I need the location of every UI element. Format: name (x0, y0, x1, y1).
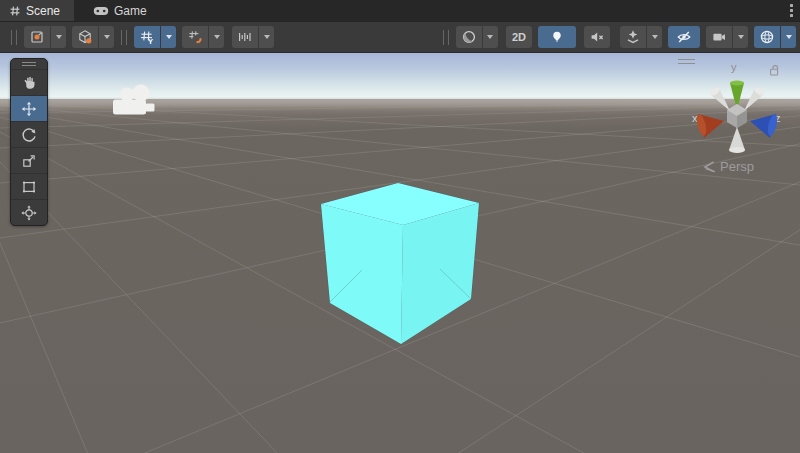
tool-scale-button[interactable] (11, 147, 47, 173)
tools-drag-handle[interactable] (11, 59, 47, 69)
increment-ruler-icon (237, 29, 253, 45)
grid-y-axis-icon: Y (139, 29, 155, 45)
effects-button[interactable] (620, 26, 646, 48)
grid-snap-magnet-icon (187, 29, 203, 45)
cube-object[interactable] (315, 178, 485, 350)
scene-camera-control (706, 26, 748, 48)
snap-toggle-button[interactable] (182, 26, 208, 48)
scene-camera-button[interactable] (706, 26, 732, 48)
tab-game[interactable]: Game (84, 0, 161, 21)
orientation-global-icon (77, 29, 93, 45)
chevron-down-icon (786, 35, 792, 39)
scene-viewport[interactable]: y x z (0, 53, 800, 453)
snap-increment-button[interactable] (232, 26, 258, 48)
pivot-mode-control (24, 26, 66, 48)
chevron-down-icon (56, 35, 62, 39)
tool-rotate-button[interactable] (11, 121, 47, 147)
video-camera-icon (711, 29, 727, 45)
snap-increment-dropdown-arrow[interactable] (259, 26, 274, 48)
axis-y-label[interactable]: y (731, 61, 737, 73)
2d-mode-button[interactable]: 2D (506, 26, 532, 48)
tab-bar: Scene Game (0, 0, 800, 22)
scale-tool-icon (21, 153, 37, 169)
scene-grid-icon (9, 5, 21, 17)
gizmo-sphere-icon (759, 29, 775, 45)
gizmos-dropdown-arrow[interactable] (781, 26, 796, 48)
tab-options-kebab-icon[interactable] (790, 0, 793, 21)
chevron-down-icon (166, 35, 172, 39)
tab-scene-label: Scene (26, 4, 60, 18)
projection-toggle[interactable]: Persp (702, 159, 754, 174)
tool-rect-button[interactable] (11, 173, 47, 199)
snap-dropdown-arrow[interactable] (209, 26, 224, 48)
shaded-sphere-icon (461, 29, 477, 45)
draw-mode-dropdown-arrow[interactable] (483, 26, 498, 48)
tool-settings-drag-handle[interactable] (11, 30, 17, 45)
grid-dropdown-arrow[interactable] (161, 26, 176, 48)
scene-camera-dropdown-arrow[interactable] (733, 26, 748, 48)
projection-label: Persp (720, 159, 754, 174)
eye-slash-icon (676, 29, 692, 45)
scene-visibility-button[interactable] (668, 26, 700, 48)
tools-overlay (10, 58, 48, 226)
chevron-down-icon (214, 35, 220, 39)
transform-tool-icon (21, 205, 37, 221)
move-tool-icon (21, 101, 37, 117)
gizmos-button[interactable] (754, 26, 780, 48)
hand-icon (21, 75, 37, 91)
audio-mute-button[interactable] (584, 26, 610, 48)
draw-mode-control (456, 26, 498, 48)
chevron-down-icon (264, 35, 270, 39)
tab-game-label: Game (114, 4, 147, 18)
orientation-dropdown-arrow[interactable] (99, 26, 114, 48)
camera-gizmo-icon[interactable] (106, 83, 160, 121)
tab-scene[interactable]: Scene (0, 0, 74, 21)
chevron-down-icon (652, 35, 658, 39)
effects-sparkle-icon (625, 29, 641, 45)
grid-snap-drag-handle[interactable] (121, 30, 127, 45)
grid-visibility-button[interactable]: Y (134, 26, 160, 48)
tool-hand-button[interactable] (11, 69, 47, 95)
grid-visibility-control: Y (134, 26, 176, 48)
rect-tool-icon (21, 179, 37, 195)
draw-mode-button[interactable] (456, 26, 482, 48)
chevron-down-icon (104, 35, 110, 39)
effects-control (620, 26, 662, 48)
scene-toolbar: Y (0, 22, 800, 53)
tool-transform-button[interactable] (11, 199, 47, 225)
chevron-down-icon (487, 35, 493, 39)
pivot-dropdown-arrow[interactable] (51, 26, 66, 48)
snap-increment-control (232, 26, 274, 48)
pivot-center-icon (29, 29, 45, 45)
snap-control (182, 26, 224, 48)
view-options-drag-handle[interactable] (443, 30, 449, 45)
speaker-muted-icon (589, 29, 605, 45)
pivot-center-button[interactable] (24, 26, 50, 48)
gamepad-icon (93, 6, 109, 16)
persp-arrow-icon (702, 160, 717, 174)
rotate-tool-icon (21, 127, 37, 143)
chevron-down-icon (738, 35, 744, 39)
orientation-gizmo[interactable] (695, 74, 779, 158)
effects-dropdown-arrow[interactable] (647, 26, 662, 48)
gizmo-drag-handle[interactable] (678, 59, 695, 64)
orientation-global-button[interactable] (72, 26, 98, 48)
handle-orientation-control (72, 26, 114, 48)
unity-editor-scene-view: Scene Game (0, 0, 800, 453)
lightbulb-icon (549, 29, 565, 45)
tool-move-button[interactable] (11, 95, 47, 121)
gizmos-control (754, 26, 796, 48)
scene-lighting-button[interactable] (538, 26, 576, 48)
svg-text:Y: Y (148, 37, 153, 45)
